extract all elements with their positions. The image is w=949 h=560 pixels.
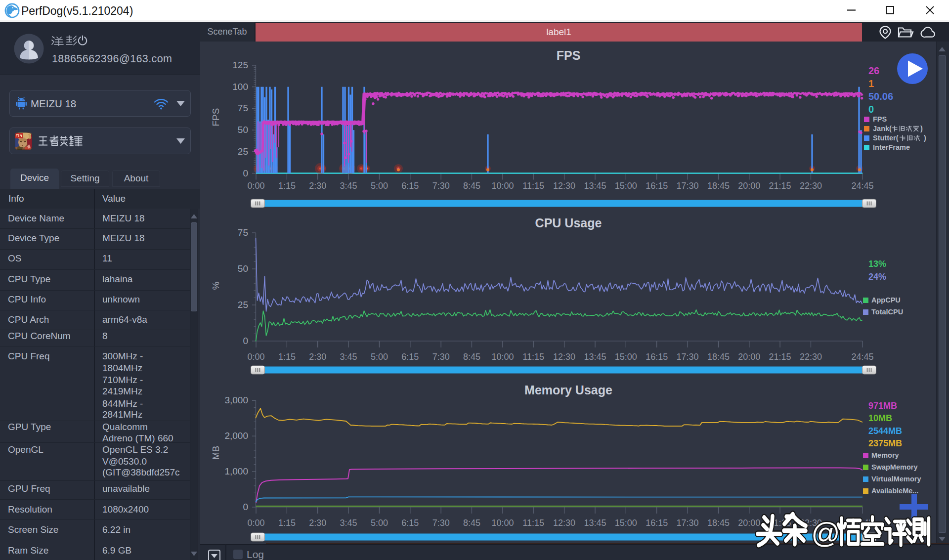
svg-text:3,000: 3,000 — [224, 395, 248, 405]
svg-text:5:00: 5:00 — [371, 352, 388, 362]
svg-text:8:45: 8:45 — [463, 181, 480, 191]
svg-text:6:15: 6:15 — [401, 518, 419, 528]
svg-text:75: 75 — [238, 103, 248, 113]
svg-text:18:45: 18:45 — [707, 181, 730, 191]
svg-text:26: 26 — [868, 65, 879, 76]
svg-text:3:45: 3:45 — [340, 518, 357, 528]
svg-text:5:00: 5:00 — [371, 518, 388, 528]
svg-text:3:45: 3:45 — [340, 181, 357, 191]
svg-text:@: @ — [811, 517, 840, 549]
svg-text:Stutter(: Stutter( — [873, 134, 899, 142]
svg-text:11:15: 11:15 — [522, 181, 544, 191]
svg-text:125: 125 — [232, 60, 248, 70]
svg-text:%: % — [211, 281, 221, 290]
svg-text:1,000: 1,000 — [224, 466, 248, 476]
svg-text:2:30: 2:30 — [309, 352, 326, 362]
svg-text:TotalCPU: TotalCPU — [871, 308, 903, 316]
svg-text:InterFrame: InterFrame — [873, 143, 910, 151]
svg-text:75: 75 — [238, 227, 248, 238]
svg-text:MB: MB — [211, 446, 221, 460]
svg-text:CPU Usage: CPU Usage — [535, 216, 602, 230]
svg-text:17:30: 17:30 — [676, 352, 698, 362]
svg-text:17:30: 17:30 — [676, 181, 698, 191]
svg-text:): ) — [924, 134, 926, 142]
svg-text:18:45: 18:45 — [707, 352, 730, 362]
svg-text:50: 50 — [238, 263, 248, 274]
svg-text:2544MB: 2544MB — [868, 426, 902, 436]
svg-text:0:00: 0:00 — [247, 181, 264, 191]
svg-text:17:30: 17:30 — [676, 518, 698, 528]
svg-text:8:45: 8:45 — [463, 518, 480, 528]
svg-text:Memory: Memory — [871, 451, 899, 459]
svg-text:15:00: 15:00 — [615, 181, 637, 191]
svg-text:16:15: 16:15 — [646, 352, 668, 362]
svg-text:12:30: 12:30 — [553, 352, 575, 362]
svg-text:13:45: 13:45 — [584, 181, 606, 191]
svg-text:Jank(: Jank( — [873, 125, 892, 132]
svg-text:24:45: 24:45 — [851, 352, 873, 362]
svg-text:2:30: 2:30 — [309, 518, 326, 528]
svg-text:21:15: 21:15 — [769, 352, 791, 362]
svg-text:13:45: 13:45 — [584, 352, 606, 362]
svg-text:11:15: 11:15 — [522, 518, 544, 528]
svg-text:0:00: 0:00 — [247, 352, 264, 362]
svg-text:18:45: 18:45 — [707, 518, 730, 528]
svg-text:50: 50 — [238, 125, 248, 135]
svg-text:1:15: 1:15 — [278, 518, 296, 528]
svg-text:8:45: 8:45 — [463, 352, 480, 362]
svg-text:0: 0 — [868, 104, 874, 115]
svg-text:FPS: FPS — [873, 115, 887, 123]
svg-text:11:15: 11:15 — [522, 352, 544, 362]
svg-text:7:30: 7:30 — [432, 518, 450, 528]
svg-text:0: 0 — [243, 502, 248, 512]
svg-text:21:15: 21:15 — [769, 181, 791, 191]
svg-text:22:30: 22:30 — [800, 181, 822, 191]
svg-text:VirtualMemory: VirtualMemory — [871, 475, 921, 483]
svg-text:SwapMemory: SwapMemory — [871, 463, 917, 471]
svg-text:0: 0 — [243, 336, 248, 346]
svg-text:Memory Usage: Memory Usage — [524, 383, 612, 397]
svg-text:20:00: 20:00 — [738, 352, 760, 362]
svg-text:1:15: 1:15 — [278, 181, 296, 191]
svg-text:7:30: 7:30 — [432, 181, 450, 191]
svg-text:50.06: 50.06 — [868, 91, 893, 102]
svg-text:10:00: 10:00 — [491, 352, 514, 362]
svg-text:24:45: 24:45 — [851, 181, 873, 191]
svg-text:10MB: 10MB — [868, 413, 892, 423]
svg-text:25: 25 — [238, 300, 248, 310]
svg-text:10:00: 10:00 — [491, 518, 514, 528]
svg-text:2:30: 2:30 — [309, 181, 326, 191]
svg-text:0: 0 — [243, 168, 248, 178]
svg-text:AppCPU: AppCPU — [871, 296, 901, 304]
svg-text:971MB: 971MB — [868, 401, 897, 411]
svg-text:10:00: 10:00 — [491, 181, 514, 191]
svg-text:6:15: 6:15 — [401, 352, 419, 362]
svg-text:): ) — [920, 125, 923, 132]
svg-text:25: 25 — [238, 146, 248, 157]
svg-text:FPS: FPS — [557, 48, 581, 62]
svg-text:16:15: 16:15 — [646, 518, 668, 528]
svg-text:22:30: 22:30 — [800, 352, 822, 362]
svg-text:0:00: 0:00 — [247, 518, 264, 528]
svg-text:12:30: 12:30 — [553, 181, 575, 191]
svg-text:2,000: 2,000 — [224, 431, 248, 441]
svg-text:15:00: 15:00 — [615, 352, 637, 362]
svg-text:6:15: 6:15 — [401, 181, 419, 191]
svg-text:5:00: 5:00 — [371, 181, 388, 191]
svg-text:15:00: 15:00 — [615, 518, 637, 528]
svg-text:24%: 24% — [868, 272, 886, 282]
svg-text:13:45: 13:45 — [584, 518, 606, 528]
svg-text:13%: 13% — [868, 259, 886, 269]
svg-text:7:30: 7:30 — [432, 352, 450, 362]
svg-text:1:15: 1:15 — [278, 352, 296, 362]
svg-text:3:45: 3:45 — [340, 352, 357, 362]
svg-text:100: 100 — [232, 82, 248, 92]
svg-text:16:15: 16:15 — [646, 181, 668, 191]
svg-text:12:30: 12:30 — [553, 518, 575, 528]
svg-text:20:00: 20:00 — [738, 181, 760, 191]
svg-text:1: 1 — [868, 78, 874, 89]
svg-text:FPS: FPS — [211, 108, 221, 127]
svg-text:2375MB: 2375MB — [868, 438, 902, 448]
